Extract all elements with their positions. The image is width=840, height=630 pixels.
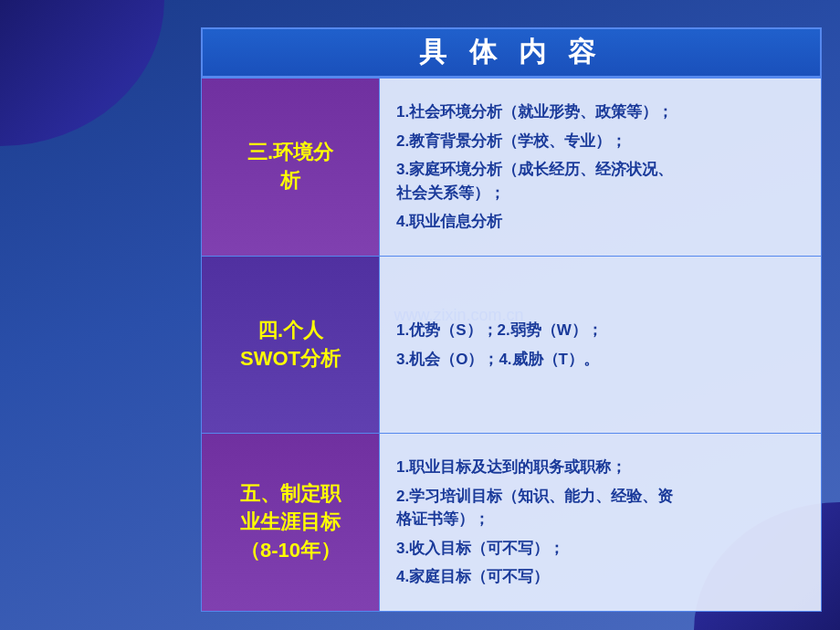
row-swot: 四.个人SWOT分析 1.优势（S）；2.弱势（W）； 3.机会（O）；4.威胁… <box>201 257 822 435</box>
row-career-goal: 五、制定职业生涯目标（8-10年） 1.职业目标及达到的职务或职称； 2.学习培… <box>201 434 822 612</box>
content-line: 4.家庭目标（可不写） <box>396 565 804 589</box>
label-career-goal: 五、制定职业生涯目标（8-10年） <box>202 434 380 611</box>
content-line: 2.学习培训目标（知识、能力、经验、资格证书等）； <box>396 485 804 531</box>
corner-decoration-tl <box>0 0 183 164</box>
content-career-goal: 1.职业目标及达到的职务或职称； 2.学习培训目标（知识、能力、经验、资格证书等… <box>380 434 821 611</box>
label-swot-text: 四.个人SWOT分析 <box>240 317 341 373</box>
label-swot: 四.个人SWOT分析 <box>202 257 380 434</box>
content-area: 三.环境分析 1.社会环境分析（就业形势、政策等）； 2.教育背景分析（学校、专… <box>201 78 822 612</box>
content-line: 3.收入目标（可不写）； <box>396 537 804 561</box>
content-line: 4.职业信息分析 <box>396 210 804 234</box>
slide-title: 具 体 内 容 <box>419 34 603 71</box>
label-environment-text: 三.环境分析 <box>247 139 333 195</box>
label-environment: 三.环境分析 <box>202 79 380 256</box>
content-line: 1.社会环境分析（就业形势、政策等）； <box>396 100 804 124</box>
slide-container: 具 体 内 容 www.zixin.com.cn 三.环境分析 1.社会环境分析… <box>0 0 840 630</box>
header-bar: 具 体 内 容 <box>201 27 822 78</box>
label-career-goal-text: 五、制定职业生涯目标（8-10年） <box>240 480 341 564</box>
content-environment: 1.社会环境分析（就业形势、政策等）； 2.教育背景分析（学校、专业）； 3.家… <box>380 79 821 256</box>
content-line: 1.职业目标及达到的职务或职称； <box>396 456 804 479</box>
content-line: 2.教育背景分析（学校、专业）； <box>396 130 804 153</box>
row-environment: 三.环境分析 1.社会环境分析（就业形势、政策等）； 2.教育背景分析（学校、专… <box>201 78 822 257</box>
content-line: 1.优势（S）；2.弱势（W）； <box>396 319 804 342</box>
content-swot: 1.优势（S）；2.弱势（W）； 3.机会（O）；4.威胁（T）。 <box>380 257 821 434</box>
content-line: 3.家庭环境分析（成长经历、经济状况、社会关系等）； <box>396 158 804 205</box>
content-line: 3.机会（O）；4.威胁（T）。 <box>396 348 804 372</box>
